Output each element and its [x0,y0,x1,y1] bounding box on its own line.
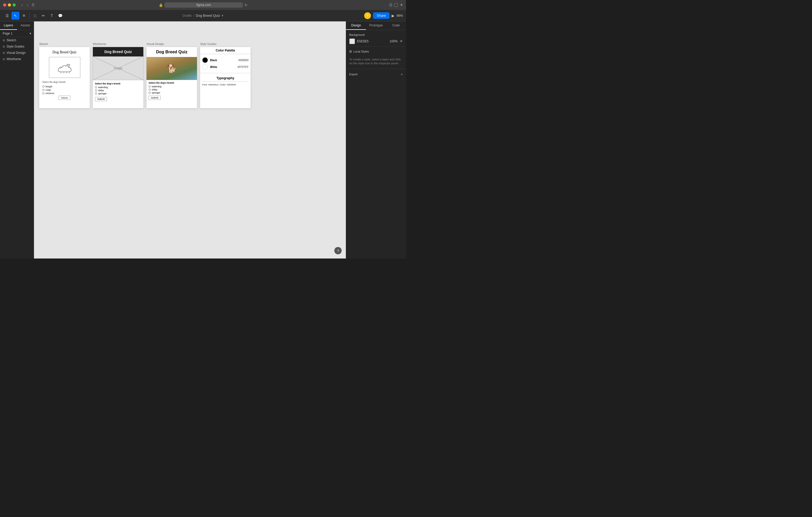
sketch-dog-image [49,57,80,78]
grid-icon: ⊞ [349,50,352,53]
sidebar-item-visual-design[interactable]: ⊞ Visual Design [0,50,34,56]
new-tab-button[interactable]: + [400,2,403,8]
local-styles-title: ⊞ Local Styles [349,50,369,53]
export-section: Export + [346,69,406,80]
toolbar-title: Drafts / Dog Breed Quiz ▾ [182,13,224,18]
vd-dog-image: 🐕 [146,57,197,80]
pen-tool[interactable]: ✏ [39,12,47,20]
wf-submit-button[interactable]: Submit [95,97,107,101]
sketch-wrapper: Sketch Dog Breed Quiz [39,42,90,108]
vd-option-3: springer [149,91,195,94]
forward-button[interactable]: › [25,2,30,7]
present-button[interactable]: ▶ [392,13,395,18]
separator-1 [29,13,30,18]
layer-label: Style Guides [6,45,24,48]
url-input[interactable] [165,2,243,7]
reload-icon[interactable]: ↻ [244,3,248,7]
vd-option-2: shiba [149,88,195,91]
dropdown-arrow-icon[interactable]: ▾ [222,13,224,18]
local-styles-grid: To create a style, select a layer and cl… [349,58,403,66]
layer-hash-icon: ⊞ [3,51,5,55]
select-tool[interactable]: ↖ [11,12,19,20]
breadcrumb-drafts[interactable]: Drafts [182,13,192,18]
layer-hash-icon: ⊞ [3,45,5,48]
avatar[interactable]: ? [364,12,371,19]
black-swatch [202,57,208,63]
option-label: shiba [152,88,157,91]
sidebar-toggle[interactable]: ☰ [32,3,34,7]
layer-label: Visual Design [6,51,26,55]
radio-icon [95,86,97,88]
typography-section: Typography Font: Helvetica / Color: #000… [200,73,251,88]
help-button[interactable]: ? [334,247,342,254]
visual-design-frame[interactable]: Dog Breed Quiz 🐕 Select the dog's breed:… [146,47,197,108]
back-button[interactable]: ‹ [20,2,24,7]
wf-option-3: springer [95,92,141,95]
tab-code[interactable]: Code [386,22,406,30]
sidebar-item-sketch[interactable]: ⊞ Sketch [0,37,34,43]
close-button[interactable] [3,3,6,6]
tab-assets[interactable]: Assets [17,22,34,30]
sketch-option-3: retriever [42,92,87,95]
radio-icon [149,92,151,94]
option-label: retriever [46,92,54,95]
export-row: Export + [349,72,403,76]
zoom-level[interactable]: 96% [397,14,403,18]
main-area: Layers Assets Page 1 ▾ ⊞ Sketch ⊞ Style … [0,22,406,258]
sidebar-item-style-guides[interactable]: ⊞ Style Guides [0,43,34,50]
wireframe-label: Wireframe [93,42,143,45]
palette-title: Color Palette [200,47,251,54]
visibility-toggle-button[interactable]: 👁 [400,39,403,43]
dog-emoji: 🐕 [167,64,177,73]
background-hex[interactable]: E5E5E5 [357,39,387,43]
background-color-swatch[interactable] [349,38,355,44]
shape-tool[interactable]: □ [31,12,39,20]
layer-label: Sketch [6,38,16,42]
sketch-label: Sketch [39,42,90,45]
color-row-black: Black #000000 [202,57,249,63]
text-tool[interactable]: T [48,12,56,20]
sketch-submit-button[interactable]: Submit [59,96,70,100]
export-add-button[interactable]: + [401,72,403,76]
radio-icon [42,86,45,88]
sketch-title: Dog Breed Quiz [42,50,87,54]
wireframe-frame[interactable]: Dog Breed Quiz Image Select the dog's br… [93,47,143,108]
tab-prototype[interactable]: Prototype [366,22,386,30]
local-styles-label: Local Styles [353,50,369,53]
style-guides-frame[interactable]: Color Palette Black #000000 White #FFFFF… [200,47,251,108]
tab-layers[interactable]: Layers [0,22,17,30]
right-panel: Design Prototype Code Background E5E5E5 … [346,22,406,258]
left-panel: Layers Assets Page 1 ▾ ⊞ Sketch ⊞ Style … [0,22,34,258]
tab-design[interactable]: Design [346,22,366,30]
layer-label: Wireframe [6,57,21,61]
wireframe-wrapper: Wireframe Dog Breed Quiz Image Select th… [93,42,143,108]
sidebar-item-wireframe[interactable]: ⊞ Wireframe [0,56,34,62]
maximize-button[interactable] [12,3,16,6]
wf-question: Select the dog's breed: [95,82,141,85]
vd-submit-button[interactable]: Submit [149,96,161,100]
share-screen-icon[interactable]: ⎙ [389,3,392,7]
share-button[interactable]: Share [373,12,389,19]
page-selector[interactable]: Page 1 ▾ [0,30,34,37]
typography-title: Typography [202,75,249,82]
wf-option-1: waterdog [95,86,141,89]
sketch-frame[interactable]: Dog Breed Quiz Select the dog's breed [39,47,90,108]
expand-button[interactable] [394,3,398,7]
export-title: Export [349,73,357,76]
frame-tool[interactable]: ⊞ [20,12,28,20]
page-name: Page 1 [3,32,12,35]
frame-container: Sketch Dog Breed Quiz [39,42,251,108]
section-header-bg: Background [349,33,403,36]
dog-sketch-svg [54,61,75,74]
minimize-button[interactable] [8,3,11,6]
color-palette: Black #000000 White #FFFFFF [200,54,251,73]
background-opacity: 100% [389,39,398,43]
comment-tool[interactable]: 💬 [56,12,64,20]
white-swatch [202,64,208,70]
menu-button[interactable]: ☰ [3,12,11,20]
color-name-black: Black [210,59,236,62]
traffic-lights [3,3,16,6]
style-guides-label: Style Guides [200,42,251,45]
background-row: E5E5E5 100% 👁 [349,38,403,44]
background-section: Background E5E5E5 100% 👁 [346,30,406,47]
